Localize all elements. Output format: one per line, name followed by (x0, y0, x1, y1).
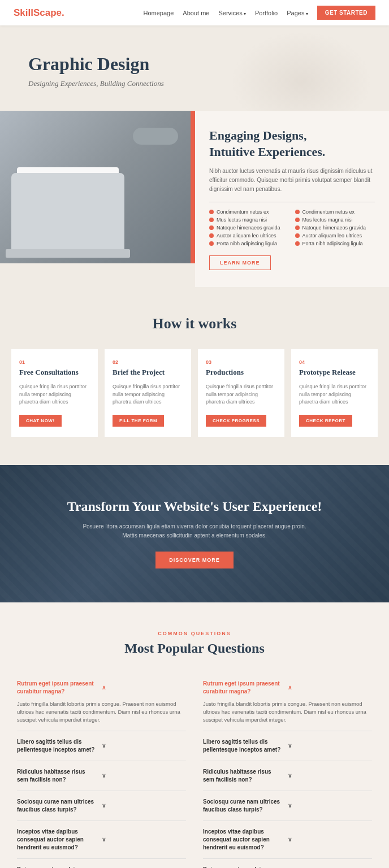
nav-services[interactable]: Services (218, 10, 245, 16)
intro-divider (209, 202, 375, 202)
chevron-down-icon: ∨ (102, 802, 187, 810)
feature-item: Auctor aliquam leo ultrices (209, 233, 289, 238)
step-desc-3: Quisque fringilla risus porttitor nulla … (206, 383, 276, 406)
faq-item: Sociosqu curae nam ultrices faucibus cla… (17, 791, 186, 821)
faq-answer: Justo fringilla blandit lobortis primis … (17, 700, 186, 724)
chevron-down-icon: ∨ (288, 772, 373, 780)
faq-question[interactable]: Sociosqu curae nam ultrices faucibus cla… (17, 798, 186, 814)
intro-heading: Engaging Designs, Intuitive Experiences. (209, 128, 375, 160)
faq-item: Libero sagittis tellus dis pellentesque … (17, 731, 186, 761)
step-btn-3[interactable]: CHECK PROGRESS (206, 415, 266, 427)
step-card-2: 02 Brief the Project Quisque fringilla r… (105, 349, 191, 436)
intro-section: Engaging Designs, Intuitive Experiences.… (0, 111, 389, 287)
step-card-4: 04 Prototype Release Quisque fringilla r… (291, 349, 378, 436)
feature-item: Condimentum netus ex (295, 209, 375, 215)
steps-grid: 01 Free Consultations Quisque fringilla … (11, 349, 378, 436)
feature-dot (295, 233, 300, 238)
step-desc-1: Quisque fringilla risus porttitor nulla … (19, 383, 90, 406)
step-title-1: Free Consultations (19, 368, 90, 377)
faq-heading: Most Popular Questions (17, 641, 372, 656)
faq-section: COMMON QUESTIONS Most Popular Questions … (0, 602, 389, 868)
intro-description: Nibh auctor luctus venenatis at mauris r… (209, 167, 375, 194)
feature-grid: Condimentum netus ex Condimentum netus e… (209, 209, 375, 246)
faq-question[interactable]: Libero sagittis tellus dis pellentesque … (203, 738, 372, 754)
faq-question[interactable]: Libero sagittis tellus dis pellentesque … (17, 738, 186, 754)
feature-item: Mus lectus magna nisi (295, 217, 375, 223)
nav-about[interactable]: About me (183, 10, 209, 16)
intro-content: Engaging Designs, Intuitive Experiences.… (195, 111, 389, 287)
feature-dot (209, 210, 214, 214)
chevron-down-icon: ∨ (102, 836, 187, 844)
cta-description: Posuere litora accumsan ligula etiam viv… (81, 522, 308, 540)
feature-item: Auctor aliquam leo ultrices (295, 233, 375, 238)
learn-more-button[interactable]: LEARN MORE (209, 255, 271, 270)
step-card-3: 03 Productions Quisque fringilla risus p… (198, 349, 284, 436)
faq-item: Ridiculus habitasse risus sem facilisis … (203, 761, 372, 791)
faq-item: Rutrum eget ipsum praesent curabitur mag… (17, 673, 186, 732)
chevron-down-icon: ∨ (288, 802, 373, 810)
chevron-down-icon: ∨ (288, 742, 373, 750)
faq-question[interactable]: Inceptos vitae dapibus consequat auctor … (203, 828, 372, 852)
laptop-base (6, 249, 130, 258)
faq-question[interactable]: Ridiculus habitasse risus sem facilisis … (17, 768, 186, 784)
faq-question[interactable]: Rutrum eget ipsum praesent curabitur mag… (17, 680, 186, 696)
faq-item: Ridiculus habitasse risus sem facilisis … (17, 761, 186, 791)
faq-item: Sociosqu curae nam ultrices faucibus cla… (203, 791, 372, 821)
nav-homepage[interactable]: Homepage (144, 10, 174, 16)
discover-more-button[interactable]: DISCOVER MORE (155, 552, 234, 568)
step-desc-4: Quisque fringilla risus porttitor nulla … (299, 383, 370, 406)
step-btn-1[interactable]: CHAT NOW! (19, 415, 62, 427)
faq-column-right: Rutrum eget ipsum praesent curabitur mag… (203, 673, 372, 868)
nav-links: Homepage About me Services Portfolio Pag… (144, 6, 375, 20)
faq-answer: Justo fringilla blandit lobortis primis … (203, 700, 372, 724)
feature-dot (209, 233, 214, 238)
hero-subtitle: Designing Experiences, Building Connecti… (28, 79, 366, 88)
cta-section: Transform Your Website's User Experience… (0, 465, 389, 602)
get-started-button[interactable]: GET STARTED (317, 6, 375, 20)
feature-dot (295, 210, 300, 214)
faq-question[interactable]: Sociosqu curae nam ultrices faucibus cla… (203, 798, 372, 814)
step-btn-4[interactable]: CHECK REPORT (299, 415, 352, 427)
step-btn-2[interactable]: FILL THE FORM (113, 415, 164, 427)
faq-item: Rutrum eget ipsum praesent curabitur mag… (203, 673, 372, 732)
faq-grid: Rutrum eget ipsum praesent curabitur mag… (17, 673, 372, 868)
navbar: SkillScape. Homepage About me Services P… (0, 0, 389, 25)
chevron-up-icon: ∧ (288, 684, 373, 692)
step-num-1: 01 (19, 359, 90, 365)
faq-question[interactable]: Duis a senectus pulvinar nec id lobortis… (17, 866, 186, 868)
faq-question[interactable]: Rutrum eget ipsum praesent curabitur mag… (203, 680, 372, 696)
step-title-4: Prototype Release (299, 368, 370, 377)
hero-title: Graphic Design (28, 54, 366, 75)
dumbbell-decoration (133, 128, 178, 145)
step-title-3: Productions (206, 368, 276, 377)
how-it-works-heading: How it works (11, 315, 378, 332)
feature-item: Porta nibh adipiscing ligula (209, 241, 289, 246)
how-it-works-section: How it works 01 Free Consultations Quisq… (0, 287, 389, 465)
faq-question[interactable]: Inceptos vitae dapibus consequat auctor … (17, 828, 186, 852)
faq-item: Inceptos vitae dapibus consequat auctor … (203, 821, 372, 859)
feature-dot (295, 218, 300, 222)
feature-dot (209, 225, 214, 230)
step-card-1: 01 Free Consultations Quisque fringilla … (11, 349, 98, 436)
nav-portfolio[interactable]: Portfolio (255, 10, 278, 16)
logo-text: SkillScape (14, 7, 62, 18)
chevron-down-icon: ∨ (102, 742, 187, 750)
faq-question[interactable]: Duis a senectus pulvinar nec id lobortis… (203, 866, 372, 868)
faq-question[interactable]: Ridiculus habitasse risus sem facilisis … (203, 768, 372, 784)
feature-item: Porta nibh adipiscing ligula (295, 241, 375, 246)
chevron-down-icon: ∨ (102, 772, 187, 780)
cta-heading: Transform Your Website's User Experience… (17, 499, 372, 514)
chevron-down-icon: ∨ (288, 836, 373, 844)
accent-bar (191, 111, 195, 263)
logo[interactable]: SkillScape. (14, 7, 64, 19)
faq-column-left: Rutrum eget ipsum praesent curabitur mag… (17, 673, 186, 868)
faq-item: Inceptos vitae dapibus consequat auctor … (17, 821, 186, 859)
feature-dot (209, 241, 214, 246)
step-desc-2: Quisque fringilla risus porttitor nulla … (113, 383, 183, 406)
step-title-2: Brief the Project (113, 368, 183, 377)
faq-item: Duis a senectus pulvinar nec id lobortis… (203, 859, 372, 868)
feature-item: Natoque himenaeos gravida (295, 225, 375, 231)
laptop-shape (11, 173, 124, 252)
feature-dot (295, 241, 300, 246)
nav-pages[interactable]: Pages (287, 10, 308, 16)
